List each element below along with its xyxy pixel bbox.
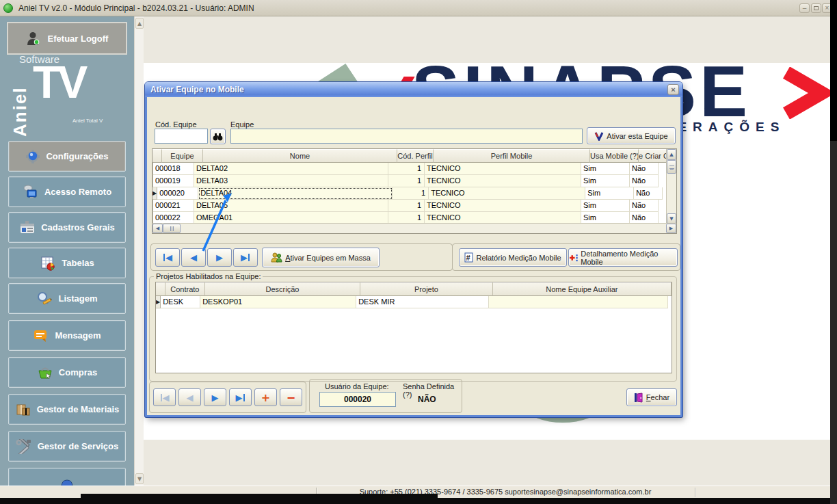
window-titlebar[interactable]: Aniel TV v2.0 - Módulo Principal - b2024…: [0, 0, 837, 16]
sidebar-item-gestor-materiais[interactable]: Gestor de Materiais: [8, 394, 126, 425]
message-icon: [33, 328, 49, 343]
proj-add-button[interactable]: +: [254, 388, 277, 406]
fechar-button[interactable]: Fechar: [626, 388, 677, 406]
sidebar-item-compras[interactable]: Compras: [8, 357, 126, 388]
proj-nav-first-button[interactable]: ◀: [153, 388, 176, 406]
find-button[interactable]: [210, 129, 226, 144]
proj-remove-button[interactable]: −: [280, 388, 302, 406]
table-row-selected[interactable]: ▶ 000020 DELTA04 1 TECNICO Sim Não: [152, 187, 676, 200]
table-row-selected[interactable]: ▶ DESK DESKOP01 DESK MIR: [156, 296, 672, 308]
col-projeto[interactable]: Projeto: [360, 282, 492, 296]
sidebar-scroll-down-icon[interactable]: ▼: [135, 473, 144, 484]
gear-icon: [25, 149, 40, 164]
teams-grid-hscrollbar[interactable]: ◀ ▶: [152, 223, 676, 233]
col-criar[interactable]: e Criar O: [639, 149, 667, 163]
teams-grid[interactable]: Equipe Nome Cód. Perfil Perfil Mobile Us…: [152, 148, 677, 234]
people-icon: [271, 252, 282, 263]
col-descricao[interactable]: Descrição: [205, 282, 360, 296]
detalhamento-medicao-button[interactable]: Detalhamento Medição Mobile: [568, 248, 678, 267]
detalhamento-medicao-label: Detalhamento Medição Mobile: [581, 250, 677, 266]
sidebar-item-gestor-servicos[interactable]: Gestor de Serviços: [8, 431, 126, 462]
equipe-search-input[interactable]: [230, 129, 583, 144]
nav-next-button[interactable]: ▶: [207, 248, 232, 267]
app-icon: [3, 3, 13, 13]
teams-grid-vscrollbar[interactable]: ▲ ▼: [666, 149, 676, 224]
col-cod-perfil[interactable]: Cód. Perfil: [397, 149, 434, 163]
projects-nav-panel: ◀ ◀ ▶ ▶ + −: [149, 382, 306, 413]
logoff-label: Efetuar Logoff: [48, 34, 109, 44]
table-row[interactable]: 000021 DELTA05 1 TECNICO Sim Não: [152, 200, 676, 212]
table-chart-icon: [40, 256, 56, 271]
boxes-icon: [15, 402, 31, 417]
row-pointer-icon: ▶: [156, 296, 161, 308]
senha-definida-value: NÃO: [418, 395, 436, 404]
report-document-icon: #: [464, 252, 473, 263]
sidebar-item-label: Gestor de Serviços: [38, 441, 119, 451]
nav-prev-button[interactable]: ◀: [181, 248, 206, 267]
dialog-body: Cód. Equipe Equipe Ativar esta Equipe Eq…: [147, 97, 680, 415]
brand-tagline: Aniel Total V: [72, 118, 103, 124]
sidebar-item-partial[interactable]: [8, 468, 126, 486]
col-contrato[interactable]: Contrato: [165, 282, 205, 296]
usuario-equipe-input[interactable]: [319, 392, 396, 407]
usuario-equipe-label: Usuário da Equipe:: [325, 382, 389, 390]
logoff-button[interactable]: Efetuar Logoff: [7, 22, 127, 55]
relatorio-medicao-button[interactable]: # Relatório Medição Mobile: [459, 248, 567, 267]
detail-plus-icon: [569, 253, 578, 263]
nav-last-button[interactable]: ▶: [233, 248, 258, 267]
projects-groupbox: Projetos Habilitados na Equipe: Contrato…: [149, 272, 677, 382]
sidebar-scrollbar[interactable]: ▲ ▼: [134, 16, 144, 486]
sidebar-item-acesso-remoto[interactable]: Acesso Remoto: [8, 176, 126, 207]
shopping-basket-icon: [37, 365, 53, 380]
projects-grid-header[interactable]: Contrato Descrição Projeto Nome Equipe A…: [156, 282, 672, 296]
sidebar-item-listagem[interactable]: Listagem: [8, 283, 126, 314]
relatorio-medicao-label: Relatório Medição Mobile: [476, 254, 561, 262]
col-nome[interactable]: Nome: [203, 149, 397, 163]
search-list-icon: [36, 291, 53, 306]
proj-nav-next-button[interactable]: ▶: [204, 388, 226, 406]
table-row[interactable]: 000019 DELTA03 1 TECNICO Sim Não: [152, 175, 676, 187]
restore-button[interactable]: [811, 3, 821, 13]
ativar-equipes-massa-button[interactable]: Ativar Equipes em Massa: [262, 248, 380, 267]
sidebar-scroll-up-icon[interactable]: ▲: [135, 18, 144, 29]
svg-text:#: #: [466, 254, 470, 262]
id-card-icon: [19, 220, 36, 235]
sidebar-item-label: Acesso Remoto: [44, 187, 111, 197]
reports-panel: # Relatório Medição Mobile Detalhamento …: [452, 243, 680, 271]
hscroll-thumb[interactable]: [163, 224, 181, 233]
col-usa-mobile[interactable]: Usa Mobile (?): [590, 149, 639, 163]
scroll-up-icon[interactable]: ▲: [667, 149, 676, 160]
col-nome-equipe-auxiliar[interactable]: Nome Equipe Auxiliar: [493, 282, 672, 296]
cod-equipe-input[interactable]: [155, 129, 208, 144]
minimize-button[interactable]: –: [799, 3, 810, 13]
ativar-esta-equipe-label: Ativar esta Equipe: [607, 132, 667, 140]
activate-check-icon: [594, 131, 604, 141]
sidebar-item-label: Compras: [59, 367, 97, 377]
proj-nav-prev-button[interactable]: ◀: [178, 388, 201, 406]
sidebar-item-configuracoes[interactable]: Configurações: [8, 141, 126, 172]
ativar-esta-equipe-button[interactable]: Ativar esta Equipe: [587, 127, 676, 144]
logo-red-chevron-icon: [780, 67, 833, 119]
dialog-title: Ativar Equipe no Mobile: [150, 85, 244, 94]
sidebar-item-label: Mensagem: [55, 330, 101, 341]
scroll-right-icon[interactable]: ▶: [666, 224, 676, 233]
remote-access-icon: [23, 185, 39, 200]
col-perfil-mobile[interactable]: Perfil Mobile: [434, 149, 590, 163]
sidebar-item-mensagem[interactable]: Mensagem: [8, 320, 126, 351]
dialog-close-button[interactable]: ×: [667, 84, 679, 95]
hardhat-icon: [59, 476, 75, 486]
equipe-label: Equipe: [230, 120, 254, 129]
window-title: Aniel TV v2.0 - Módulo Principal - b2024…: [18, 3, 254, 13]
dialog-titlebar[interactable]: Ativar Equipe no Mobile: [145, 82, 682, 97]
projects-grid[interactable]: Contrato Descrição Projeto Nome Equipe A…: [155, 282, 672, 373]
table-row[interactable]: 000018 DELTA02 1 TECNICO Sim Não: [152, 163, 676, 175]
sidebar-item-cadastros-gerais[interactable]: Cadastros Gerais: [8, 212, 126, 243]
scroll-left-icon[interactable]: ◀: [152, 224, 163, 233]
col-equipe[interactable]: Equipe: [162, 149, 203, 163]
vscroll-thumb[interactable]: [667, 160, 676, 174]
sidebar-item-label: Gestor de Materiais: [37, 404, 120, 414]
proj-nav-last-button[interactable]: ▶: [229, 388, 252, 406]
teams-grid-header[interactable]: Equipe Nome Cód. Perfil Perfil Mobile Us…: [152, 149, 676, 163]
nav-first-button[interactable]: ◀: [155, 248, 180, 267]
sidebar-item-tabelas[interactable]: Tabelas: [8, 248, 126, 278]
